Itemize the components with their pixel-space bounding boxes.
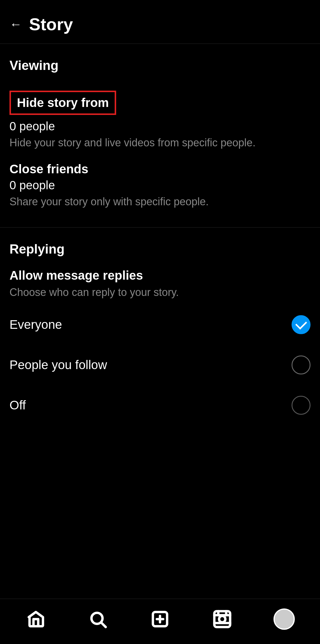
close-friends-item[interactable]: Close friends 0 people Share your story …	[0, 156, 320, 215]
radio-off-label: Off	[9, 398, 26, 412]
reels-icon	[212, 608, 233, 630]
hide-story-title: Hide story from	[17, 96, 109, 110]
viewing-section: Viewing	[0, 44, 320, 73]
radio-everyone-label: Everyone	[9, 318, 62, 332]
page-title: Story	[29, 14, 73, 34]
back-button[interactable]: ←	[9, 17, 22, 31]
nav-reels[interactable]	[209, 606, 235, 632]
radio-off-circle	[292, 396, 311, 415]
radio-people-you-follow[interactable]: People you follow	[0, 345, 320, 385]
home-icon	[25, 608, 47, 630]
radio-people-you-follow-label: People you follow	[9, 358, 107, 372]
hide-story-count: 0 people	[9, 120, 311, 133]
radio-people-you-follow-circle	[292, 355, 311, 374]
allow-replies-description: Choose who can reply to your story.	[9, 286, 311, 299]
hide-story-highlight-box: Hide story from	[9, 91, 116, 115]
bottom-nav	[0, 599, 320, 644]
radio-everyone[interactable]: Everyone	[0, 305, 320, 345]
nav-create[interactable]	[147, 606, 173, 632]
replying-section-title: Replying	[9, 242, 311, 257]
replying-section: Replying	[0, 228, 320, 257]
viewing-section-title: Viewing	[9, 58, 311, 73]
allow-replies-title: Allow message replies	[9, 268, 311, 283]
create-icon	[149, 608, 171, 630]
svg-rect-5	[214, 611, 230, 627]
close-friends-description: Share your story only with specific peop…	[9, 194, 311, 209]
nav-home[interactable]	[23, 606, 49, 632]
radio-everyone-circle	[292, 315, 311, 334]
radio-off[interactable]: Off	[0, 385, 320, 425]
hide-story-description: Hide your story and live videos from spe…	[9, 135, 311, 150]
content: Viewing Hide story from 0 people Hide yo…	[0, 44, 320, 599]
search-icon	[87, 608, 108, 630]
svg-line-1	[101, 623, 106, 627]
nav-search[interactable]	[85, 606, 111, 632]
header: ← Story	[0, 0, 320, 44]
svg-point-6	[219, 616, 225, 622]
close-friends-count: 0 people	[9, 179, 311, 192]
nav-profile[interactable]	[271, 606, 297, 632]
profile-avatar	[273, 608, 295, 630]
allow-replies-item: Allow message replies Choose who can rep…	[0, 268, 320, 305]
close-friends-title: Close friends	[9, 162, 311, 176]
hide-story-item[interactable]: Hide story from 0 people Hide your story…	[0, 85, 320, 156]
